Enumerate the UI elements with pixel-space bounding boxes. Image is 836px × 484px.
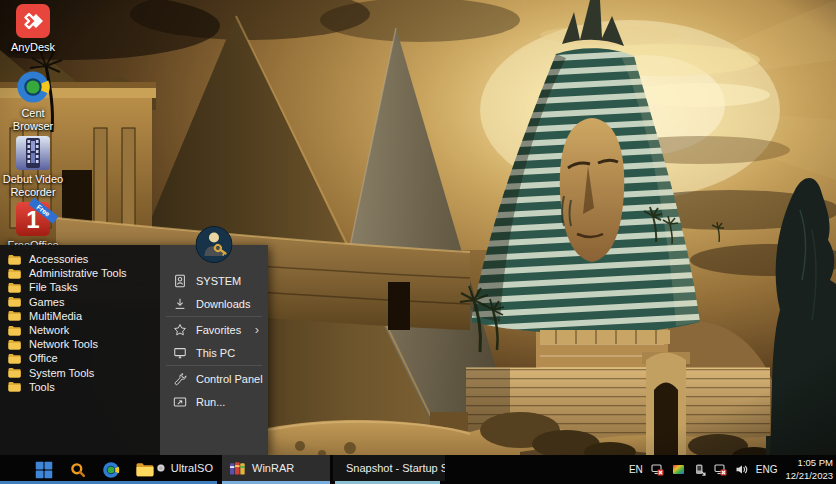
- taskbar-app-snapshot[interactable]: Snapshot - Startup S...: [333, 455, 445, 481]
- menu-item-games[interactable]: Games: [0, 295, 160, 309]
- folder-icon: [8, 268, 21, 279]
- desktop-icon-label: AnyDesk: [2, 41, 64, 54]
- menu-item-administrative-tools[interactable]: Administrative Tools: [0, 266, 160, 280]
- clock[interactable]: 1:05 PM 12/21/2023: [785, 457, 833, 482]
- folder-icon: [8, 367, 21, 378]
- folder-icon: [8, 381, 21, 392]
- menu-item-label: Office: [29, 352, 58, 364]
- account-icon: [173, 274, 187, 288]
- winrar-icon: [229, 460, 246, 476]
- star-icon: [173, 323, 187, 337]
- menu-item-label: Control Panel: [196, 373, 263, 385]
- desktop-icon-anydesk[interactable]: AnyDesk: [2, 4, 64, 54]
- desktop-icon-cent-browser[interactable]: Cent Browser: [2, 70, 64, 132]
- folder-icon: [8, 296, 21, 307]
- taskbar-cent-browser[interactable]: [103, 461, 120, 478]
- taskbar-app-ultraiso[interactable]: UltraISO: [150, 455, 220, 481]
- menu-item-control-panel[interactable]: Control Panel: [160, 367, 268, 390]
- menu-item-file-tasks[interactable]: File Tasks: [0, 280, 160, 294]
- menu-item-tools[interactable]: Tools: [0, 380, 160, 394]
- removable-device-icon[interactable]: [693, 463, 706, 476]
- clock-time: 1:05 PM: [785, 457, 833, 469]
- folder-icon: [8, 339, 21, 350]
- folder-icon: [8, 254, 21, 265]
- menu-item-label: MultiMedia: [29, 310, 82, 322]
- menu-item-label: Network: [29, 324, 69, 336]
- volume-icon[interactable]: [735, 463, 748, 476]
- menu-item-label: System Tools: [29, 367, 94, 379]
- menu-item-label: Tools: [29, 381, 55, 393]
- clock-date: 12/21/2023: [785, 470, 833, 482]
- search-button[interactable]: [70, 462, 86, 478]
- cent-browser-icon: [16, 70, 50, 104]
- folder-icon: [8, 310, 21, 321]
- cent-browser-icon: [103, 461, 120, 478]
- taskbar-app-winrar[interactable]: WinRAR: [222, 455, 330, 481]
- menu-item-favorites[interactable]: Favorites ›: [160, 318, 268, 341]
- menu-item-label: Favorites: [196, 324, 241, 336]
- folder-icon: [8, 353, 21, 364]
- menu-item-label: SYSTEM: [196, 275, 241, 287]
- user-avatar[interactable]: [196, 226, 233, 263]
- start-menu-places: SYSTEM Downloads Favorites › Thi: [160, 245, 268, 455]
- taskbar: UltraISO WinRAR Snapshot - Startup S...: [0, 455, 836, 484]
- download-icon: [173, 297, 187, 311]
- desktop-icon-label: Cent Browser: [2, 107, 64, 132]
- search-icon: [70, 462, 86, 478]
- folder-icon: [8, 325, 21, 336]
- menu-item-this-pc[interactable]: This PC: [160, 341, 268, 364]
- start-menu-programs: Accessories Administrative Tools File Ta…: [0, 245, 160, 455]
- windows-logo-icon: [36, 461, 53, 478]
- taskbar-app-label: Snapshot - Startup S...: [346, 462, 445, 474]
- desktop-icon-debut-video-recorder[interactable]: Debut Video Recorder: [2, 136, 64, 198]
- menu-item-run[interactable]: Run...: [160, 390, 268, 413]
- menu-item-label: This PC: [196, 347, 235, 359]
- menu-item-downloads[interactable]: Downloads: [160, 292, 268, 315]
- display-error-icon[interactable]: [714, 463, 727, 476]
- start-menu: Accessories Administrative Tools File Ta…: [0, 245, 268, 455]
- menu-separator: [166, 365, 262, 366]
- folder-icon: [8, 282, 21, 293]
- menu-item-label: Administrative Tools: [29, 267, 127, 279]
- menu-item-office[interactable]: Office: [0, 351, 160, 365]
- menu-item-network[interactable]: Network: [0, 323, 160, 337]
- taskbar-app-label: UltraISO: [171, 462, 213, 474]
- display-error-icon[interactable]: [651, 463, 664, 476]
- menu-item-system-tools[interactable]: System Tools: [0, 366, 160, 380]
- run-icon: [173, 395, 187, 409]
- language-indicator-short[interactable]: EN: [629, 464, 643, 475]
- user-avatar-icon: [196, 226, 233, 263]
- menu-item-label: Accessories: [29, 253, 88, 265]
- menu-item-network-tools[interactable]: Network Tools: [0, 337, 160, 351]
- color-profile-icon[interactable]: [672, 463, 685, 476]
- menu-item-label: Network Tools: [29, 338, 98, 350]
- ultraiso-icon: [157, 460, 165, 476]
- menu-item-label: Run...: [196, 396, 225, 408]
- system-tray: EN: [629, 455, 833, 484]
- start-button[interactable]: [36, 461, 53, 478]
- taskbar-app-label: WinRAR: [252, 462, 294, 474]
- menu-item-label: Games: [29, 296, 64, 308]
- language-indicator[interactable]: ENG: [756, 464, 778, 475]
- desktop-icon-label: Debut Video Recorder: [2, 173, 64, 198]
- menu-item-multimedia[interactable]: MultiMedia: [0, 309, 160, 323]
- wrench-icon: [173, 372, 187, 386]
- menu-item-system-account[interactable]: SYSTEM: [160, 269, 268, 292]
- anydesk-icon: [16, 4, 50, 38]
- desktop: AnyDesk Cent Browser: [0, 0, 836, 484]
- monitor-icon: [173, 346, 187, 360]
- menu-item-accessories[interactable]: Accessories: [0, 252, 160, 266]
- menu-separator: [166, 316, 262, 317]
- menu-item-label: Downloads: [196, 298, 250, 310]
- submenu-chevron-icon: ›: [255, 321, 259, 336]
- debut-video-recorder-icon: [16, 136, 50, 170]
- menu-item-label: File Tasks: [29, 281, 78, 293]
